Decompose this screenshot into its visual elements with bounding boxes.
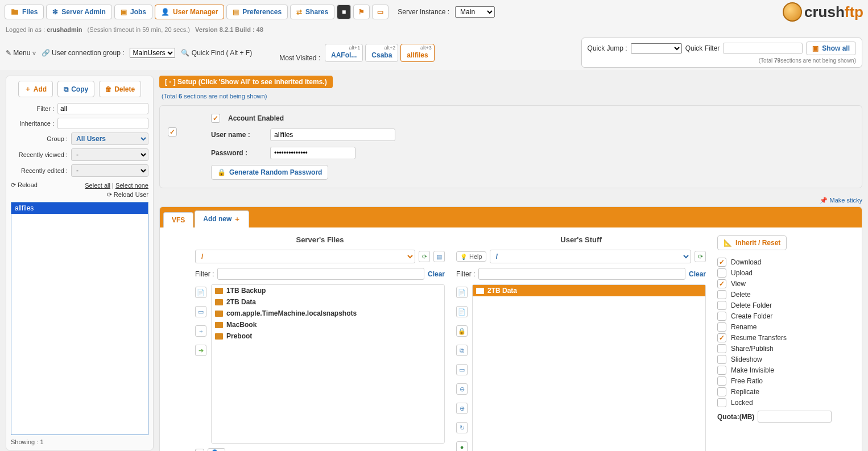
server-instance-select[interactable]: Main bbox=[455, 6, 495, 18]
perm-checkbox[interactable] bbox=[717, 355, 726, 364]
perm-checkbox[interactable] bbox=[717, 387, 726, 396]
quick-filter-input[interactable] bbox=[723, 43, 803, 54]
select-none-link[interactable]: Select none bbox=[115, 182, 148, 189]
quick-find[interactable]: 🔍 Quick Find ( Alt + F) bbox=[181, 49, 252, 57]
user-clear-link[interactable]: Clear bbox=[689, 270, 706, 278]
perm-checkbox[interactable] bbox=[717, 398, 726, 407]
perm-checkbox[interactable] bbox=[717, 290, 726, 299]
user-list-item[interactable]: allfiles bbox=[11, 202, 148, 214]
perm-label: Resume Transfers bbox=[731, 334, 787, 342]
server-path-select[interactable]: / bbox=[195, 250, 415, 263]
inheritance-input[interactable] bbox=[57, 118, 148, 129]
recently-viewed-select[interactable]: - bbox=[71, 148, 148, 161]
perm-checkbox[interactable] bbox=[717, 344, 726, 353]
tab-user-manager[interactable]: 👤User Manager bbox=[155, 5, 224, 19]
server-file-item[interactable]: 1TB Backup bbox=[212, 285, 444, 296]
menu-dropdown[interactable]: ✎ Menu ▿ bbox=[6, 49, 36, 57]
perm-checkbox[interactable] bbox=[717, 279, 726, 288]
tab-jobs[interactable]: ▣Jobs bbox=[114, 5, 152, 19]
server-file-item[interactable]: 2TB Data bbox=[212, 296, 444, 308]
recently-edited-select[interactable]: - bbox=[71, 164, 148, 177]
reload-link[interactable]: ⟳ Reload bbox=[11, 181, 38, 189]
user-list[interactable]: allfiles bbox=[11, 202, 148, 435]
generate-password-button[interactable]: 🔒Generate Random Password bbox=[211, 165, 328, 180]
refresh-server-icon[interactable]: ⟳ bbox=[419, 251, 430, 262]
doc-blank-icon[interactable]: ▭ bbox=[195, 306, 206, 317]
perm-label: Share/Publish bbox=[731, 345, 774, 353]
tab-shares[interactable]: ⇄Shares bbox=[290, 5, 334, 19]
perm-checkbox[interactable] bbox=[717, 301, 726, 310]
perm-checkbox[interactable] bbox=[717, 376, 726, 386]
perm-checkbox[interactable] bbox=[717, 268, 726, 278]
perm-checkbox[interactable] bbox=[717, 333, 726, 342]
action-icon-9[interactable]: ● bbox=[456, 441, 468, 451]
btn-terminal[interactable]: ■ bbox=[337, 5, 351, 19]
setup-note: (Total 6 sections are not being shown) bbox=[162, 93, 862, 100]
server-file-item[interactable]: Preboot bbox=[212, 330, 444, 342]
server-list-icon[interactable]: ▤ bbox=[433, 251, 445, 262]
conn-group-select[interactable]: MainUsers bbox=[130, 48, 175, 58]
doc-view-icon[interactable]: 📄 bbox=[195, 287, 206, 298]
setup-header[interactable]: [ - ] Setup (Click 'Show All' to see inh… bbox=[159, 76, 333, 88]
refresh-user-icon[interactable]: ⟳ bbox=[695, 251, 706, 262]
section-enabled-checkbox[interactable] bbox=[168, 127, 177, 136]
btn-image[interactable]: ▭ bbox=[372, 5, 388, 19]
action-icon-2[interactable]: 📄 bbox=[456, 306, 468, 317]
filter-input[interactable] bbox=[57, 103, 148, 114]
delete-button[interactable]: 🗑 Delete bbox=[99, 81, 141, 97]
action-icon-3[interactable]: 🔒 bbox=[456, 325, 468, 337]
copy-button[interactable]: ⧉ Copy bbox=[57, 81, 94, 97]
quota-input[interactable] bbox=[758, 411, 832, 423]
mv-tab-2[interactable]: alt+2Csaba bbox=[365, 44, 398, 62]
user-stuff-col: User's Stuff Help / ⟳ Filter : Clear 📄 bbox=[456, 235, 706, 451]
action-icon-7[interactable]: ⊕ bbox=[456, 403, 468, 414]
server-file-item[interactable]: MacBook bbox=[212, 319, 444, 330]
user-filter-input[interactable] bbox=[478, 268, 685, 280]
server-filter-input[interactable] bbox=[217, 268, 424, 280]
tab-add-new[interactable]: Add new ＋ bbox=[195, 210, 249, 227]
action-icon-8[interactable]: ↻ bbox=[456, 422, 468, 433]
action-icon-6[interactable]: ⊖ bbox=[456, 383, 468, 395]
user-icon: 👤 bbox=[161, 8, 170, 16]
user-file-item[interactable]: 2TB Data bbox=[473, 285, 705, 296]
mv-tab-3[interactable]: alt+3allfiles bbox=[400, 44, 434, 62]
make-sticky-link[interactable]: 📌 Make sticky bbox=[820, 197, 862, 204]
ruler-icon: 📐 bbox=[724, 239, 732, 247]
perm-checkbox[interactable] bbox=[717, 312, 726, 321]
user-path-select[interactable]: / bbox=[490, 250, 691, 263]
server-instance-label: Server Instance : bbox=[398, 8, 449, 16]
perm-checkbox[interactable] bbox=[717, 258, 726, 267]
perm-checkbox[interactable] bbox=[717, 366, 726, 375]
arrow-right-icon[interactable]: ➔ bbox=[195, 345, 206, 356]
permissions-col: 📐Inherit / Reset DownloadUploadViewDelet… bbox=[717, 235, 854, 451]
perm-row: Delete bbox=[717, 290, 854, 299]
mv-tab-1[interactable]: alt+1AAFol... bbox=[325, 44, 363, 62]
action-icon-1[interactable]: 📄 bbox=[456, 287, 468, 298]
action-icon-4[interactable]: ⧉ bbox=[456, 345, 468, 356]
password-input[interactable] bbox=[270, 147, 356, 159]
username-input[interactable] bbox=[270, 129, 395, 141]
action-icon-5[interactable]: ▭ bbox=[456, 364, 468, 375]
reload-user-link[interactable]: ⟳ Reload User bbox=[107, 191, 148, 198]
btn-flag[interactable]: ⚑ bbox=[353, 5, 370, 19]
tab-server-admin[interactable]: ✻Server Admin bbox=[46, 5, 112, 19]
account-enabled-checkbox[interactable] bbox=[211, 114, 220, 123]
help-button[interactable]: Help bbox=[456, 251, 486, 262]
doc-plus-icon[interactable]: ＋ bbox=[195, 325, 206, 337]
show-all-button[interactable]: ▣Show all bbox=[806, 42, 856, 55]
add-button[interactable]: ＋ Add bbox=[18, 81, 53, 97]
quick-jump-select[interactable] bbox=[631, 43, 682, 53]
tab-files[interactable]: Files bbox=[5, 5, 44, 19]
tab-preferences[interactable]: ▤Preferences bbox=[226, 5, 288, 19]
select-all-link[interactable]: Select all bbox=[85, 182, 110, 189]
server-files-list[interactable]: 1TB Backup 2TB Data com.apple.TimeMachin… bbox=[211, 284, 445, 444]
server-file-item[interactable]: com.apple.TimeMachine.localsnapshots bbox=[212, 308, 444, 319]
group-select[interactable]: All Users bbox=[71, 133, 148, 145]
user-icon-dropdown[interactable]: 👤▾ bbox=[208, 448, 225, 451]
user-files-list[interactable]: 2TB Data bbox=[472, 284, 706, 451]
tab-vfs[interactable]: VFS bbox=[163, 212, 193, 227]
perm-checkbox[interactable] bbox=[717, 322, 726, 332]
inherit-reset-button[interactable]: 📐Inherit / Reset bbox=[717, 235, 787, 250]
bottom-check[interactable] bbox=[195, 449, 204, 451]
server-clear-link[interactable]: Clear bbox=[428, 270, 445, 278]
